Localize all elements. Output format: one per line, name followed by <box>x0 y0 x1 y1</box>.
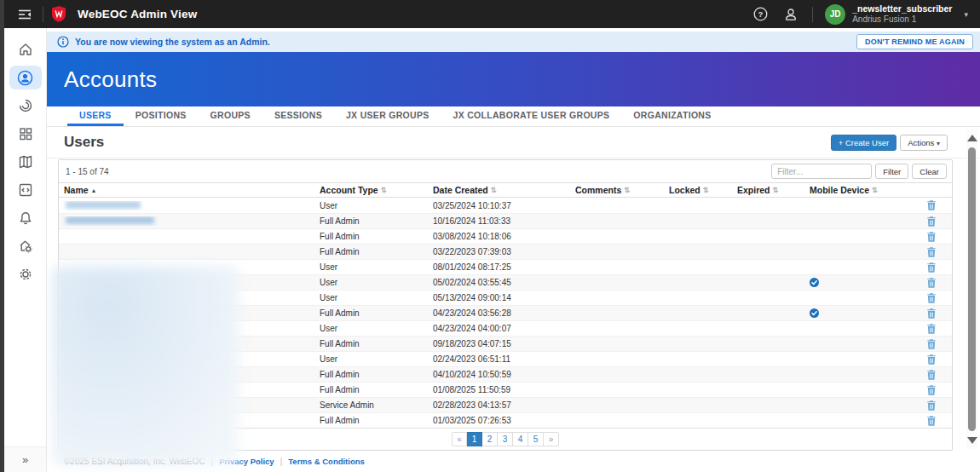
sidebar-item-maps[interactable] <box>9 150 42 174</box>
sidebar-item-home[interactable] <box>9 37 42 61</box>
delete-user-button[interactable] <box>927 216 936 227</box>
delete-user-button[interactable] <box>927 262 936 273</box>
delete-user-button[interactable] <box>927 232 936 242</box>
table-body: User03/25/2024 10:10:37Full Admin10/16/2… <box>59 198 952 428</box>
privacy-policy-link[interactable]: Privacy Policy <box>219 457 274 466</box>
column-header-name[interactable]: Name▲ <box>59 185 314 195</box>
column-label: Mobile Device <box>810 185 869 195</box>
cell-actions <box>919 262 943 273</box>
scroll-down-icon[interactable] <box>967 437 977 444</box>
column-header-comments[interactable]: Comments⇅ <box>570 185 664 195</box>
column-label: Expired <box>737 185 770 195</box>
table-row[interactable]: Full Admin03/08/2024 10:18:06 <box>59 228 952 244</box>
table-row[interactable]: Full Admin01/03/2025 07:26:53 <box>59 412 952 428</box>
delete-user-button[interactable] <box>927 385 936 395</box>
tab-jx-collaborate-user-groups[interactable]: JX COLLABORATE USER GROUPS <box>441 106 622 126</box>
table-row[interactable]: Service Admin02/28/2023 04:13:57 <box>59 397 952 412</box>
cell-actions <box>919 400 943 411</box>
filter-button[interactable]: Filter <box>875 164 908 179</box>
delete-user-button[interactable] <box>927 339 936 349</box>
table-row[interactable]: User08/01/2024 08:17:25 <box>59 259 952 274</box>
mobile-device-check-icon <box>810 308 919 318</box>
delete-user-button[interactable] <box>927 293 936 303</box>
collapse-menu-button[interactable] <box>15 5 34 24</box>
tab-sessions[interactable]: SESSIONS <box>262 106 334 126</box>
cell-date-created: 08/01/2024 08:17:25 <box>428 262 570 272</box>
tab-jx-user-groups[interactable]: JX USER GROUPS <box>334 106 441 126</box>
spiral-icon <box>18 98 33 113</box>
dont-remind-button[interactable]: DON'T REMIND ME AGAIN <box>856 34 973 49</box>
cell-account-type: Full Admin <box>314 247 428 256</box>
cell-mobile-device <box>804 278 919 287</box>
table-row[interactable]: User05/13/2024 09:00:14 <box>59 290 952 305</box>
table-row[interactable]: User05/02/2024 03:55:45 <box>59 274 952 290</box>
sidebar-item-settings[interactable] <box>9 262 42 286</box>
scroll-up-icon[interactable] <box>967 135 977 141</box>
pagination-page-4[interactable]: 4 <box>513 432 528 446</box>
chevron-down-icon: ▾ <box>937 140 940 147</box>
help-icon: ? <box>753 7 768 21</box>
column-header-date-created[interactable]: Date Created⇅ <box>428 185 570 195</box>
column-header-expired[interactable]: Expired⇅ <box>732 185 804 195</box>
pagination-prev-button[interactable]: « <box>452 432 467 446</box>
delete-user-button[interactable] <box>927 416 936 426</box>
column-header-locked[interactable]: Locked⇅ <box>664 185 732 195</box>
table-row[interactable]: User03/25/2024 10:10:37 <box>59 198 952 213</box>
pagination-page-5[interactable]: 5 <box>528 432 544 446</box>
scrollbar-thumb[interactable] <box>968 147 976 431</box>
column-label: Comments <box>575 185 621 195</box>
tab-users[interactable]: USERS <box>67 106 124 126</box>
clear-button[interactable]: Clear <box>912 164 947 179</box>
cell-account-type: User <box>314 293 428 302</box>
delete-user-button[interactable] <box>927 324 936 334</box>
pagination-page-2[interactable]: 2 <box>482 432 498 446</box>
column-header-account-type[interactable]: Account Type⇅ <box>314 185 428 195</box>
pagination-page-1[interactable]: 1 <box>467 432 482 446</box>
table-toolbar: 1 - 15 of 74 Filter Clear <box>59 160 952 183</box>
sort-icon: ⇅ <box>491 186 497 194</box>
pagination-next-button[interactable]: » <box>544 432 559 446</box>
user-menu[interactable]: JD _newsletter_subscriber Andrius Fusion… <box>825 3 968 26</box>
delete-user-button[interactable] <box>927 308 936 319</box>
expand-sidebar-button[interactable]: » <box>4 446 46 472</box>
tab-positions[interactable]: POSITIONS <box>124 106 199 126</box>
table-row[interactable]: User04/23/2024 04:00:07 <box>59 320 952 336</box>
sidebar-item-accounts[interactable] <box>9 66 42 89</box>
cell-account-type: User <box>314 201 428 210</box>
sort-icon: ⇅ <box>381 186 387 194</box>
table-row[interactable]: Full Admin09/18/2023 04:07:15 <box>59 336 952 351</box>
table-row[interactable]: Full Admin04/10/2024 10:50:59 <box>59 366 952 382</box>
help-button[interactable]: ? <box>751 5 770 24</box>
cell-actions <box>919 324 943 334</box>
sidebar-item-plugins[interactable] <box>9 178 42 202</box>
delete-user-button[interactable] <box>927 278 936 288</box>
grid-icon <box>18 126 33 141</box>
delete-user-button[interactable] <box>927 247 936 257</box>
sidebar-item-notifications[interactable] <box>9 206 42 230</box>
cell-account-type: Full Admin <box>314 308 428 318</box>
filter-input[interactable] <box>771 164 872 179</box>
table-row[interactable]: Full Admin04/23/2024 03:56:28 <box>59 305 952 320</box>
delete-user-button[interactable] <box>927 200 936 210</box>
column-header-mobile-device[interactable]: Mobile Device⇅ <box>804 185 919 195</box>
pagination-page-3[interactable]: 3 <box>498 432 513 446</box>
profile-button[interactable] <box>781 5 800 24</box>
vertical-scrollbar[interactable] <box>966 130 977 449</box>
pagination: «12345» <box>59 428 952 450</box>
delete-user-button[interactable] <box>927 370 936 380</box>
table-row[interactable]: Full Admin01/08/2025 11:50:59 <box>59 382 952 397</box>
terms-conditions-link[interactable]: Terms & Conditions <box>288 457 365 466</box>
create-user-button[interactable]: + Create User <box>831 135 896 151</box>
sidebar-item-agency[interactable] <box>9 234 42 258</box>
sidebar-item-incidents[interactable] <box>9 94 42 118</box>
delete-user-button[interactable] <box>927 400 936 411</box>
table-row[interactable]: Full Admin10/16/2024 11:03:33 <box>59 213 952 228</box>
tab-groups[interactable]: GROUPS <box>199 106 262 126</box>
tab-organizations[interactable]: ORGANIZATIONS <box>621 106 723 126</box>
actions-dropdown-button[interactable]: Actions ▾ <box>900 135 948 151</box>
table-row[interactable]: User02/24/2023 06:51:11 <box>59 351 952 366</box>
sidebar-item-boards[interactable] <box>9 122 42 146</box>
delete-user-button[interactable] <box>927 354 936 365</box>
table-row[interactable]: Full Admin03/22/2023 07:39:03 <box>59 244 952 259</box>
cell-account-type: User <box>314 354 428 364</box>
